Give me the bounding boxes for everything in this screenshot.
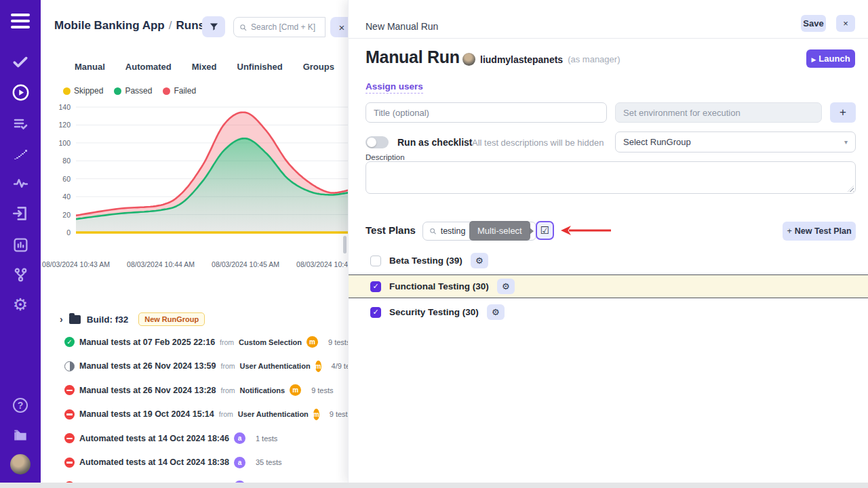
tab-groups[interactable]: Groups (303, 62, 334, 72)
breadcrumb: Mobile Banking App/Runs (54, 19, 205, 33)
gear-icon[interactable]: ⚙ (0, 294, 41, 314)
y-axis-label: 20 (45, 211, 71, 219)
menu-icon[interactable] (0, 9, 41, 33)
legend-label: Failed (174, 86, 196, 96)
run-title: Automated tests at 14 Oct 2024 18:46 (79, 434, 229, 443)
tab-automated[interactable]: Automated (125, 62, 172, 72)
from-label: from (221, 362, 235, 370)
title-input[interactable] (366, 102, 607, 123)
rungroup-select-value: Select RunGroup (623, 137, 691, 147)
plan-checkbox[interactable]: ✓ (370, 281, 381, 292)
run-row[interactable]: Manual tests at 26 Nov 2024 13:28fromNot… (41, 378, 348, 403)
run-as-checklist-toggle[interactable] (366, 136, 389, 148)
save-button[interactable]: Save (801, 15, 826, 32)
from-label: from (220, 338, 234, 346)
check-icon[interactable] (0, 52, 41, 72)
rungroup-row[interactable]: › Build: f32 New RunGroup (41, 308, 348, 330)
user-avatar[interactable] (0, 454, 41, 474)
y-axis-label: 60 (45, 175, 71, 183)
run-row[interactable]: Manual tests at 26 Nov 2024 13:59fromUse… (41, 354, 348, 379)
test-plan-row[interactable]: ✓Functional Testing (30)⚙ (349, 274, 868, 298)
chevron-right-icon[interactable]: › (60, 314, 63, 325)
search-input[interactable] (251, 22, 319, 32)
legend-dot (163, 87, 170, 95)
status-passed-icon (64, 337, 75, 347)
tab-unfinished[interactable]: Unfinished (237, 62, 283, 72)
drawer-close-icon[interactable]: × (836, 15, 855, 32)
new-rungroup-badge[interactable]: New RunGroup (138, 312, 205, 326)
run-title: Manual tests at 26 Nov 2024 13:28 (79, 386, 216, 395)
legend-item-failed[interactable]: Failed (163, 86, 196, 96)
multi-select-button[interactable]: ☑ (536, 221, 554, 240)
plan-settings-gear-icon[interactable]: ⚙ (497, 279, 515, 294)
run-row[interactable]: Automated tests at 14 Oct 2024 18:46a1 t… (41, 426, 348, 451)
run-count: 4/9 tests (332, 362, 348, 370)
steps-icon[interactable] (0, 144, 41, 164)
run-type-badge: m (315, 361, 321, 372)
breadcrumb-page: Runs (176, 19, 205, 32)
run-list: › Build: f32 New RunGroup Manual tests a… (41, 308, 348, 483)
tab-manual[interactable]: Manual (75, 62, 105, 72)
plan-name: Beta Testing (39) (389, 256, 462, 266)
scrollbar-thumb[interactable] (343, 236, 347, 253)
test-plan-list: Beta Testing (39)⚙✓Functional Testing (3… (349, 249, 868, 326)
import-icon[interactable] (0, 203, 41, 224)
launch-button[interactable]: ▶Launch (806, 49, 855, 68)
legend-dot (114, 87, 121, 95)
checklist-hint: All test descriptions will be hidden (472, 138, 604, 148)
assign-users-link[interactable]: Assign users (366, 81, 423, 94)
projects-icon[interactable] (0, 425, 41, 445)
status-failed-icon (64, 433, 75, 443)
play-circle-icon[interactable] (0, 82, 41, 102)
test-plan-row[interactable]: ✓Security Testing (30)⚙ (349, 301, 868, 323)
y-axis-label: 140 (45, 103, 71, 111)
runs-search[interactable] (233, 17, 326, 37)
run-title: Manual tests at 19 Oct 2024 15:14 (79, 409, 214, 419)
pulse-icon[interactable] (0, 173, 41, 193)
help-icon[interactable]: ? (0, 395, 41, 415)
description-label: Description (366, 153, 405, 161)
add-environment-button[interactable]: + (830, 102, 856, 123)
analytics-icon[interactable] (0, 235, 41, 255)
breadcrumb-project[interactable]: Mobile Banking App (54, 19, 165, 32)
run-row[interactable]: Manual tests at 07 Feb 2025 22:16fromCus… (41, 330, 348, 354)
sidebar: ⚙ ? (0, 0, 41, 483)
from-label: from (221, 386, 235, 394)
legend-item-passed[interactable]: Passed (114, 86, 152, 96)
rungroup-select[interactable]: Select RunGroup ▾ (615, 131, 856, 152)
plan-settings-gear-icon[interactable]: ⚙ (471, 253, 488, 268)
status-failed-icon (64, 385, 75, 395)
run-row[interactable]: Automated tests at 14 Oct 2024 18:38a35 … (41, 451, 348, 475)
plan-name: Functional Testing (30) (389, 281, 489, 291)
legend-label: Skipped (74, 86, 103, 96)
chart-legend: SkippedPassedFailed (63, 86, 196, 96)
rungroup-name[interactable]: Build: f32 (87, 314, 129, 325)
legend-item-skipped[interactable]: Skipped (63, 86, 103, 96)
annotation-arrow (559, 224, 612, 237)
run-row[interactable]: Automated tests at 14 Oct 2024 18:35a35 … (41, 474, 348, 483)
checklist-icon[interactable] (0, 114, 41, 134)
status-failed-icon (64, 458, 75, 468)
run-count: 9 tests (311, 386, 333, 394)
from-label: from (219, 410, 233, 418)
toggle-knob (367, 138, 376, 147)
description-textarea[interactable] (366, 161, 856, 194)
plan-checkbox[interactable] (370, 256, 381, 266)
plan-checkbox[interactable]: ✓ (370, 307, 381, 318)
runs-search-close-icon[interactable]: × (330, 17, 348, 37)
branch-icon[interactable] (0, 264, 41, 285)
plan-settings-gear-icon[interactable]: ⚙ (487, 304, 505, 320)
run-count: 1 tests (256, 434, 277, 443)
window-edge (0, 483, 868, 488)
run-source: Notifications (240, 386, 285, 394)
drawer-title: New Manual Run (366, 21, 438, 32)
environment-input[interactable] (615, 102, 822, 123)
tab-mixed[interactable]: Mixed (192, 62, 217, 72)
filter-button[interactable] (202, 16, 225, 37)
run-count: 35 tests (256, 458, 282, 466)
run-row[interactable]: Manual tests at 19 Oct 2024 15:14fromUse… (41, 403, 348, 427)
test-plan-row[interactable]: Beta Testing (39)⚙ (349, 249, 868, 272)
run-count: 9 tests (328, 338, 348, 346)
new-test-plan-button[interactable]: +New Test Plan (783, 222, 856, 241)
runs-panel: Mobile Banking App/Runs × ManualAutomate… (41, 0, 348, 483)
